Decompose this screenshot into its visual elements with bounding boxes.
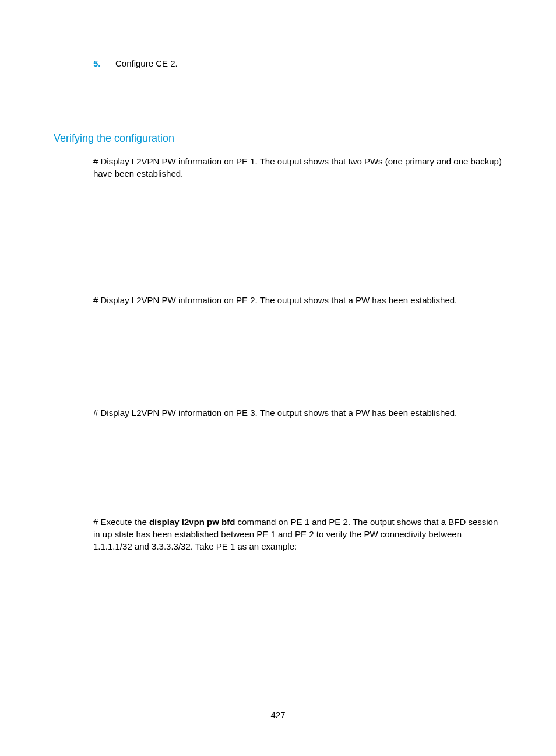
para4-command: display l2vpn pw bfd: [149, 517, 235, 527]
step-text: Configure CE 2.: [115, 58, 178, 68]
paragraph-pe2: # Display L2VPN PW information on PE 2. …: [93, 294, 502, 306]
paragraph-bfd: # Execute the display l2vpn pw bfd comma…: [93, 516, 502, 552]
paragraph-pe3: # Display L2VPN PW information on PE 3. …: [93, 407, 502, 419]
step-item: 5. Configure CE 2.: [93, 58, 502, 68]
paragraph-pe1: # Display L2VPN PW information on PE 1. …: [93, 155, 502, 180]
section-heading: Verifying the configuration: [54, 132, 502, 145]
step-number: 5.: [93, 58, 115, 68]
page-number: 427: [0, 710, 556, 720]
para4-pre: # Execute the: [93, 517, 149, 527]
